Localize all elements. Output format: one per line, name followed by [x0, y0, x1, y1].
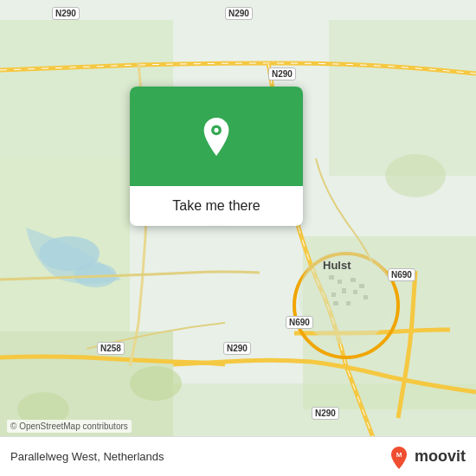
- svg-rect-14: [342, 288, 346, 293]
- road-label-n690-bottom: N690: [286, 316, 313, 329]
- moovit-logo: M moovit: [387, 445, 466, 469]
- svg-rect-15: [353, 290, 357, 294]
- svg-rect-3: [329, 20, 476, 176]
- road-label-n258-left: N258: [97, 342, 125, 355]
- map-background: [0, 0, 476, 476]
- svg-rect-12: [338, 280, 342, 284]
- take-me-there-button[interactable]: Take me there: [144, 198, 289, 214]
- location-pin-icon: [197, 118, 235, 156]
- svg-point-23: [385, 154, 446, 197]
- svg-text:M: M: [396, 451, 402, 459]
- moovit-logo-icon: M: [387, 445, 411, 469]
- city-label-hulst: Hulst: [320, 258, 354, 273]
- svg-rect-11: [329, 275, 334, 280]
- svg-point-22: [130, 366, 182, 401]
- svg-point-26: [214, 127, 218, 132]
- road-label-n290-bottom: N290: [223, 342, 251, 355]
- map-container: N290N290N290N690N690N258N290N290 Hulst T…: [0, 0, 476, 476]
- road-label-n290-top-left: N290: [52, 7, 80, 20]
- svg-rect-20: [346, 301, 351, 306]
- road-label-n290-top-center: N290: [225, 7, 253, 20]
- bottom-bar: Parallelweg West, Netherlands M moovit: [0, 436, 476, 476]
- popup-card-body: Take me there: [130, 186, 303, 226]
- moovit-logo-text: moovit: [415, 447, 466, 466]
- location-label: Parallelweg West, Netherlands: [10, 450, 164, 463]
- popup-card-header: [130, 87, 303, 186]
- svg-rect-13: [351, 278, 356, 282]
- road-label-n290-mid: N290: [268, 68, 296, 80]
- osm-attribution: © OpenStreetMap contributors: [7, 420, 132, 433]
- svg-rect-16: [331, 293, 336, 297]
- road-label-n690-right: N690: [388, 268, 415, 281]
- road-label-n290-btm-right: N290: [312, 407, 339, 420]
- svg-rect-19: [333, 301, 338, 306]
- svg-rect-17: [359, 284, 364, 288]
- svg-rect-18: [363, 295, 368, 299]
- popup-card: Take me there: [130, 87, 303, 226]
